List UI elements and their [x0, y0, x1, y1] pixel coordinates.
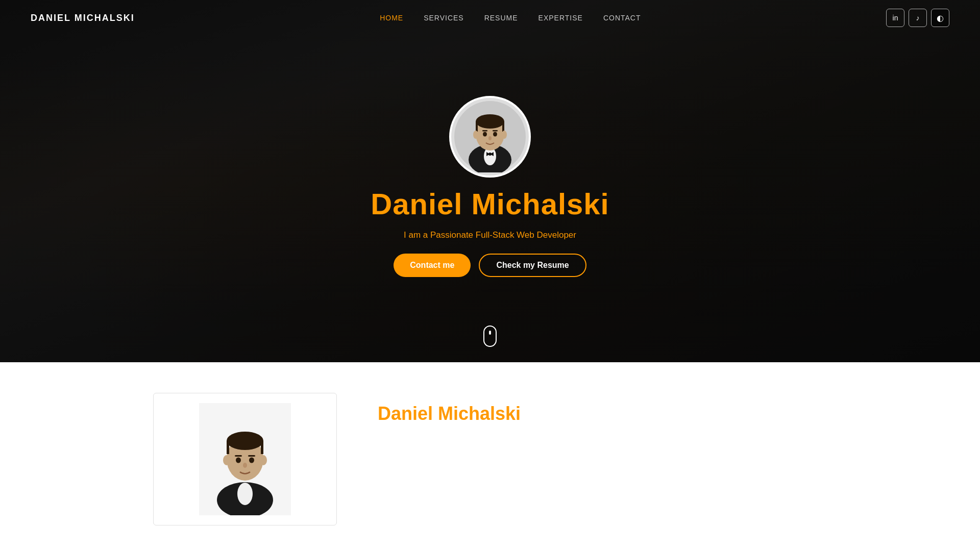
svg-rect-27	[248, 455, 255, 457]
check-resume-button[interactable]: Check my Resume	[479, 254, 586, 277]
navbar: DANIEL MICHALSKI HOME SERVICES RESUME EX…	[0, 0, 980, 36]
svg-point-15	[473, 131, 478, 139]
nav-links: HOME SERVICES RESUME EXPERTISE CONTACT	[380, 13, 641, 22]
profile-photo-card	[153, 393, 337, 525]
nav-link-contact[interactable]: CONTACT	[603, 14, 641, 22]
svg-point-24	[236, 458, 241, 463]
music-button[interactable]: ♪	[909, 9, 927, 27]
svg-point-16	[502, 131, 507, 139]
contact-me-button[interactable]: Contact me	[394, 254, 471, 277]
linkedin-button[interactable]: in	[886, 9, 904, 27]
svg-point-30	[260, 455, 267, 465]
profile-photo	[199, 403, 291, 515]
nav-item-home[interactable]: HOME	[380, 13, 403, 22]
music-icon: ♪	[916, 14, 919, 22]
hero-content: Daniel Michalski I am a Passionate Full-…	[371, 96, 609, 277]
linkedin-icon: in	[893, 14, 898, 22]
nav-icons: in ♪ ◐	[886, 9, 949, 27]
svg-rect-22	[227, 441, 229, 454]
svg-rect-8	[476, 121, 478, 132]
svg-point-28	[243, 463, 247, 468]
svg-rect-26	[235, 455, 242, 457]
lower-text-content: Daniel Michalski	[378, 393, 827, 424]
dark-mode-icon: ◐	[937, 13, 944, 23]
nav-item-services[interactable]: SERVICES	[424, 13, 464, 22]
nav-item-resume[interactable]: RESUME	[484, 13, 518, 22]
svg-point-21	[227, 432, 263, 450]
lower-name: Daniel Michalski	[378, 403, 827, 424]
nav-link-home[interactable]: HOME	[380, 14, 403, 22]
hero-name: Daniel Michalski	[371, 187, 609, 221]
avatar-image	[454, 101, 526, 172]
nav-item-expertise[interactable]: EXPERTISE	[538, 13, 583, 22]
svg-point-14	[488, 136, 492, 140]
scroll-mouse-icon	[483, 325, 497, 347]
svg-point-7	[476, 114, 504, 129]
nav-item-contact[interactable]: CONTACT	[603, 13, 641, 22]
scroll-indicator	[483, 325, 497, 347]
hero-buttons: Contact me Check my Resume	[394, 254, 586, 277]
hero-section: Daniel Michalski I am a Passionate Full-…	[0, 0, 980, 362]
hero-subtitle-highlight: Full-Stack Web Developer	[476, 230, 576, 240]
svg-point-5	[488, 153, 492, 156]
dark-mode-toggle[interactable]: ◐	[931, 9, 949, 27]
nav-link-resume[interactable]: RESUME	[484, 14, 518, 22]
svg-point-19	[237, 483, 253, 505]
lower-section: Daniel Michalski	[0, 362, 980, 551]
avatar	[449, 96, 531, 178]
svg-rect-9	[502, 121, 504, 132]
hero-subtitle: I am a Passionate Full-Stack Web Develop…	[404, 230, 576, 240]
nav-link-services[interactable]: SERVICES	[424, 14, 464, 22]
brand-name: DANIEL MICHALSKI	[31, 13, 135, 23]
svg-point-11	[493, 132, 497, 136]
nav-link-expertise[interactable]: EXPERTISE	[538, 14, 583, 22]
hero-subtitle-prefix: I am a Passionate	[404, 230, 476, 240]
svg-point-29	[223, 455, 230, 465]
svg-point-10	[483, 132, 487, 136]
svg-rect-13	[493, 130, 498, 132]
svg-point-25	[249, 458, 254, 463]
svg-rect-23	[261, 441, 263, 454]
svg-rect-12	[482, 130, 487, 132]
